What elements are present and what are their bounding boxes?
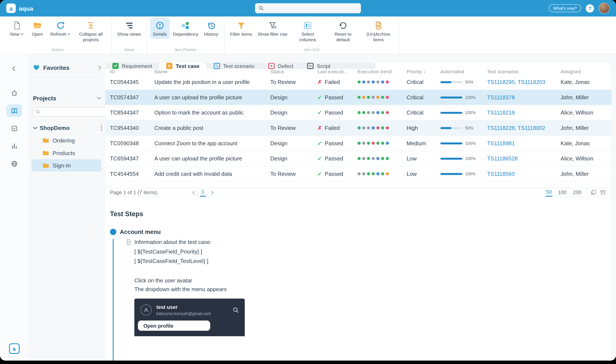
collapse-panel-button[interactable]	[6, 62, 22, 75]
step-body: Information about the test case: [ ${Tes…	[113, 239, 611, 361]
table-row[interactable]: TC4544554Add credit card with invalid da…	[105, 166, 611, 182]
new-button[interactable]: New	[7, 18, 27, 39]
reports-icon[interactable]	[6, 140, 22, 152]
kebab-menu-icon[interactable]	[100, 125, 102, 131]
projects-icon[interactable]	[6, 104, 22, 117]
test-scenario-link[interactable]: TS1118981	[487, 140, 561, 146]
main-panel: Requirement Test case Test scenario	[105, 63, 611, 360]
dependency-button[interactable]: Dependency	[170, 18, 201, 39]
cell-automated: 50%	[440, 80, 487, 84]
tab-test-case[interactable]: Test case	[159, 63, 206, 69]
test-scenario-link[interactable]: TS1118295, TS1118203	[487, 79, 561, 85]
help-button[interactable]: ?	[586, 4, 594, 13]
collapse-all-projects-button[interactable]: Collapse all projects	[74, 18, 108, 44]
trend-dot	[362, 126, 365, 130]
open-button[interactable]: Open	[27, 18, 47, 39]
page-next-icon[interactable]	[210, 190, 214, 195]
history-button[interactable]: History	[201, 18, 221, 39]
ribbon-toolbar: New Open Refresh	[0, 16, 616, 54]
cell-assigned: John, Miller	[561, 125, 608, 131]
select-columns-icon	[303, 21, 312, 30]
item-type-tabs: Requirement Test case Test scenario	[105, 63, 376, 69]
page-number[interactable]: 1	[200, 188, 206, 197]
show-filter-row-button[interactable]: Show filter row	[255, 18, 290, 39]
page-prev-icon[interactable]	[192, 190, 195, 195]
details-button[interactable]: Details	[150, 18, 170, 39]
test-scenario-link[interactable]: TS1118560	[487, 171, 561, 177]
column-header-execution-trend[interactable]: Execution trend	[357, 69, 407, 75]
column-header-priority[interactable]: Priority ↓	[407, 69, 440, 75]
globe-icon[interactable]	[6, 157, 22, 170]
tab-script[interactable]: Script	[300, 63, 338, 69]
tree-item-sign-in[interactable]: Sign-In	[31, 159, 101, 171]
whats-new-button[interactable]: What's new?	[549, 4, 581, 12]
table-row[interactable]: TC6594347A user can upload the profile p…	[105, 151, 611, 166]
global-search[interactable]	[255, 3, 361, 13]
table-row[interactable]: TC8544347Option to mark the account as p…	[105, 105, 611, 120]
trend-dot	[376, 126, 380, 130]
column-header-automated[interactable]: Automated	[440, 69, 487, 75]
table-row[interactable]: TC0574347A user can upload the profile p…	[105, 90, 611, 105]
cell-execution-trend	[357, 172, 407, 175]
column-header-assigned[interactable]: Assigned	[561, 69, 608, 75]
test-scenario-link[interactable]: TS1118228, TS1118002	[487, 125, 561, 131]
page-size-100[interactable]: 100	[558, 189, 567, 196]
home-icon[interactable]	[6, 87, 22, 99]
table-row[interactable]: TC0590348Connect Zoom to the app account…	[105, 136, 611, 151]
favorites-header[interactable]: Favorites	[33, 62, 105, 73]
ribbon-group-actions: New Open Refresh	[4, 18, 112, 54]
show-views-button[interactable]: Show views	[115, 18, 144, 39]
column-header-last-execution[interactable]: Last executi...	[317, 69, 357, 75]
content-region: a Favorites Projects	[0, 54, 616, 360]
box-view-icon[interactable]	[600, 189, 606, 195]
chevron-right-icon[interactable]	[98, 65, 101, 70]
test-scenario-link[interactable]: TS1118378	[487, 94, 561, 100]
table-row[interactable]: TC0544345Update the job position in a us…	[105, 75, 611, 90]
page-size-50[interactable]: 50	[546, 188, 552, 197]
package-icon[interactable]	[6, 122, 22, 135]
table-row[interactable]: TC9544340Create a public postTo Review✗F…	[105, 120, 611, 136]
column-header-id[interactable]: ID	[110, 69, 154, 75]
refresh-button[interactable]: Refresh	[48, 18, 73, 39]
select-columns-button[interactable]: Select columns	[290, 18, 325, 44]
dependency-icon	[181, 21, 190, 30]
project-search[interactable]	[33, 107, 111, 117]
passed-icon: ✓	[317, 155, 322, 161]
cell-id: TC6594347	[110, 155, 154, 161]
trend-dot	[381, 172, 384, 175]
last-execution-label: Failed	[325, 79, 340, 85]
projects-header[interactable]: Projects	[33, 93, 105, 103]
cell-status: To Review	[270, 125, 317, 131]
step-instruction-2: The dropdown with the menu appears	[126, 286, 611, 292]
tab-test-scenario[interactable]: Test scenario	[207, 63, 261, 69]
trend-dot	[372, 96, 375, 99]
tree-item-products[interactable]: Products	[31, 147, 101, 159]
user-avatar[interactable]	[599, 3, 610, 14]
chevron-down-icon[interactable]	[97, 97, 101, 100]
search-input[interactable]	[266, 5, 357, 11]
test-scenario-link[interactable]: TS11186528	[487, 155, 561, 161]
cell-last-execution: ✓Passed	[317, 140, 357, 146]
project-search-input[interactable]	[42, 109, 103, 115]
chevron-down-icon[interactable]	[33, 126, 37, 130]
column-header-test-scenarios[interactable]: Test scenarios	[487, 69, 561, 75]
filter-items-button[interactable]: Filter items	[228, 18, 255, 39]
defect-icon	[268, 63, 275, 69]
tab-defect[interactable]: Defect	[261, 63, 300, 69]
column-header-name[interactable]: Name	[154, 69, 270, 75]
tree-item-ordering[interactable]: Ordering	[31, 134, 101, 146]
page-size-200[interactable]: 200	[573, 189, 582, 196]
tree-node-shopdemo[interactable]: ShopDemo	[33, 122, 105, 134]
last-execution-label: Failed	[325, 125, 340, 131]
column-header-status[interactable]: Status	[270, 69, 317, 75]
step-header[interactable]: Account menu	[110, 228, 611, 235]
cell-execution-trend	[357, 111, 407, 114]
last-execution-label: Passed	[325, 171, 343, 177]
tab-requirement[interactable]: Requirement	[105, 63, 159, 69]
app-window: a aqua What's new? ? New	[0, 0, 616, 361]
card-view-icon[interactable]	[590, 189, 597, 195]
reset-to-default-button[interactable]: Reset to default	[326, 18, 360, 44]
test-scenario-link[interactable]: TS1118219	[487, 109, 561, 116]
cell-id: TC9544340	[110, 125, 154, 131]
unarchive-items-button[interactable]: (Un)Archive items	[361, 18, 396, 44]
